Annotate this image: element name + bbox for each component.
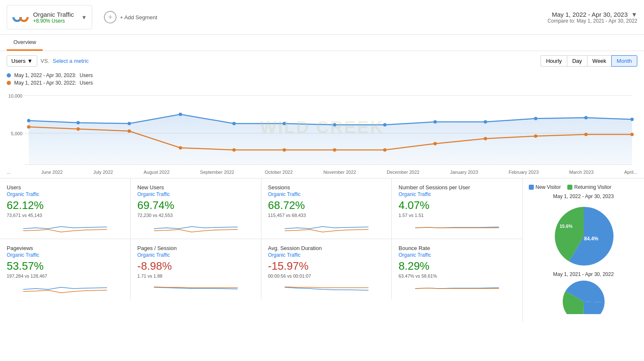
svg-point-0 — [13, 13, 21, 21]
overview-tab-bar: Overview — [0, 35, 644, 51]
svg-point-7 — [27, 119, 31, 122]
metric-spu-value: 4.07% — [398, 199, 516, 212]
metric-spu-mini-chart — [398, 220, 516, 233]
add-segment-label: + Add Segment — [120, 14, 157, 21]
returning-visitor-color — [567, 185, 572, 190]
tab-overview[interactable]: Overview — [7, 35, 43, 51]
svg-point-32 — [631, 133, 634, 136]
new-visitor-color — [529, 185, 534, 190]
metric-pv-title: Pageviews — [7, 245, 124, 251]
legend-dot-1 — [7, 73, 11, 77]
metric-pps-source: Organic Traffic — [137, 252, 254, 258]
metric-new-users-compare: 72,230 vs 42,553 — [137, 213, 254, 218]
svg-point-13 — [333, 123, 336, 126]
vs-label: VS. — [41, 58, 49, 64]
right-panel: New Visitor Returning Visitor May 1, 202… — [522, 178, 644, 322]
pie-chart-2: May 1, 2021 - Apr 30, 2022 — [529, 271, 638, 314]
svg-point-16 — [484, 120, 487, 124]
svg-text:84.4%: 84.4% — [584, 236, 598, 242]
x-label-sep: September 2022 — [200, 170, 234, 175]
metric-br-source: Organic Traffic — [398, 252, 516, 258]
metric-sessions-value: 68.72% — [268, 199, 385, 212]
add-segment-circle: + — [104, 11, 116, 23]
svg-point-27 — [383, 148, 387, 152]
svg-point-14 — [383, 123, 387, 126]
pie-chart-1: May 1, 2022 - Apr 30, 2023 — [529, 193, 638, 270]
add-segment-button[interactable]: + + Add Segment — [101, 8, 160, 27]
svg-point-29 — [484, 137, 487, 140]
metric-users-value: 62.12% — [7, 199, 124, 212]
segment-selector[interactable]: Organic Traffic +8.90% Users ▼ — [7, 5, 92, 29]
metric-users-compare: 73,671 vs 45,143 — [7, 213, 124, 218]
legend-item-1: May 1, 2022 - Apr 30, 2023: Users — [7, 72, 637, 78]
x-label-nov: November 2022 — [323, 170, 356, 175]
date-range-compare: Compare to: May 1, 2021 - Apr 30, 2022 — [548, 18, 637, 24]
time-btn-month[interactable]: Month — [611, 55, 637, 67]
svg-point-22 — [128, 129, 131, 133]
pie2-title: May 1, 2021 - Apr 30, 2022 — [529, 271, 638, 277]
x-label-jun: June 2022 — [41, 170, 62, 175]
legend-date-2: May 1, 2021 - Apr 30, 2022: — [14, 80, 76, 86]
segment-dropdown-arrow[interactable]: ▼ — [81, 14, 87, 21]
metric-pps-mini-chart — [137, 281, 254, 294]
metric-sessions-per-user: Number of Sessions per User Organic Traf… — [392, 178, 522, 239]
segment-info: Organic Traffic +8.90% Users — [33, 11, 74, 24]
metric-asd-source: Organic Traffic — [268, 252, 385, 258]
metric-spu-title: Number of Sessions per User — [398, 184, 516, 191]
metric-dropdown[interactable]: Users ▼ — [7, 55, 37, 67]
time-btn-hourly[interactable]: Hourly — [541, 55, 567, 67]
metric-users-source: Organic Traffic — [7, 191, 124, 197]
svg-text:10,000: 10,000 — [8, 93, 23, 98]
metric-new-users-value: 69.74% — [137, 199, 254, 212]
metric-new-users-source: Organic Traffic — [137, 191, 254, 197]
pie2-svg — [546, 281, 621, 314]
metric-sessions-source: Organic Traffic — [268, 191, 385, 197]
x-label-mar: March 2023 — [569, 170, 594, 175]
metric-pps-value: -8.98% — [137, 260, 254, 273]
legend-dot-2 — [7, 81, 11, 85]
legend-returning-visitor: Returning Visitor — [567, 184, 611, 190]
date-range-main: May 1, 2022 - Apr 30, 2023 ▼ — [548, 11, 637, 18]
visitor-legend: New Visitor Returning Visitor — [529, 184, 638, 190]
metric-sessions: Sessions Organic Traffic 68.72% 115,457 … — [261, 178, 392, 239]
metrics-section: Users Organic Traffic 62.12% 73,671 vs 4… — [0, 178, 644, 322]
x-label-aug: August 2022 — [144, 170, 170, 175]
metric-users-title: Users — [7, 184, 124, 191]
metrics-row-2: Pageviews Organic Traffic 53.57% 197,284… — [0, 239, 522, 299]
time-btn-day[interactable]: Day — [567, 55, 587, 67]
svg-point-8 — [77, 121, 80, 124]
metric-selector: Users ▼ VS. Select a metric — [7, 55, 89, 67]
x-label-apr: April... — [624, 170, 637, 175]
segment-sublabel: +8.90% Users — [33, 18, 74, 24]
metric-bounce-rate: Bounce Rate Organic Traffic 8.29% 63.47%… — [392, 239, 522, 299]
metric-asd-compare: 00:00:56 vs 00:01:07 — [268, 273, 385, 278]
metric-spu-compare: 1.57 vs 1.51 — [398, 213, 516, 218]
metric-sessions-title: Sessions — [268, 184, 385, 191]
svg-point-20 — [27, 125, 31, 129]
svg-point-19 — [631, 118, 634, 121]
date-range-selector[interactable]: May 1, 2022 - Apr 30, 2023 ▼ Compare to:… — [548, 11, 637, 24]
metric-asd-title: Avg. Session Duration — [268, 245, 385, 251]
svg-point-18 — [585, 116, 588, 119]
donut-icon — [12, 9, 29, 26]
time-button-group: Hourly Day Week Month — [541, 55, 637, 67]
svg-point-31 — [585, 133, 588, 136]
chart-legend: May 1, 2022 - Apr 30, 2023: Users May 1,… — [0, 71, 644, 86]
metric-new-users-title: New Users — [137, 184, 254, 191]
time-btn-week[interactable]: Week — [587, 55, 611, 67]
x-label-start: ... — [7, 170, 10, 175]
svg-point-21 — [77, 127, 80, 131]
chart-controls: Users ▼ VS. Select a metric Hourly Day W… — [0, 51, 644, 71]
legend-date-1: May 1, 2022 - Apr 30, 2023: — [14, 72, 76, 78]
metric-new-users-mini-chart — [137, 220, 254, 233]
pie1-container: 84.4% 15.6% — [529, 203, 638, 270]
chart-fill-area — [29, 114, 632, 165]
pie2-container — [529, 281, 638, 314]
select-metric-link[interactable]: Select a metric — [53, 58, 89, 64]
new-visitor-label: New Visitor — [535, 184, 561, 190]
segment-label: Organic Traffic — [33, 11, 74, 18]
metric-pageviews: Pageviews Organic Traffic 53.57% 197,284… — [0, 239, 131, 299]
metric-spu-source: Organic Traffic — [398, 191, 516, 197]
metric-users-mini-chart — [7, 220, 124, 233]
svg-point-26 — [333, 148, 336, 152]
